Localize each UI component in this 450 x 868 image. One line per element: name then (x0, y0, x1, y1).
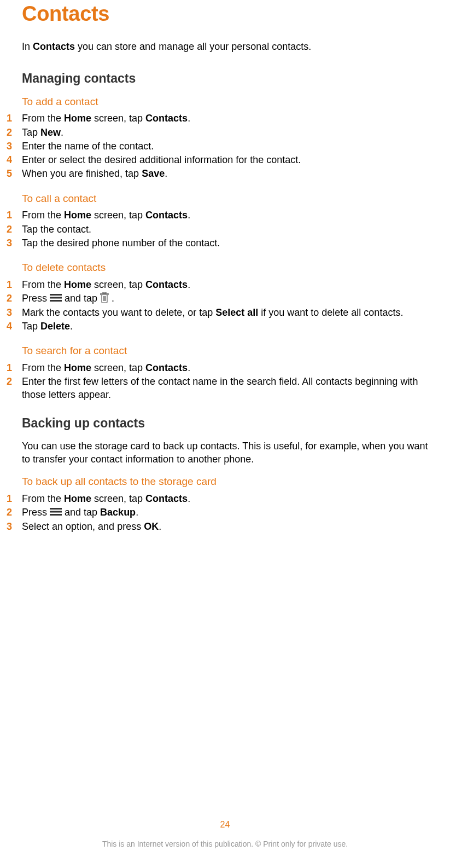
step-number: 1 (7, 112, 22, 125)
footer-note: This is an Internet version of this publ… (0, 839, 450, 849)
t-bold: Home (64, 210, 91, 221)
t: . (188, 493, 190, 504)
step: 2 Press and tap (7, 292, 428, 305)
t-bold: Home (64, 362, 91, 373)
intro-text-2: you can store and manage all your person… (75, 41, 311, 52)
step-number: 1 (7, 209, 22, 222)
step-text: Enter the name of the contact. (22, 140, 428, 153)
step: 3 Select an option, and press OK. (7, 520, 428, 533)
t: . (188, 279, 190, 290)
step: 1 From the Home screen, tap Contacts. (7, 209, 428, 222)
t: if you want to delete all contacts. (258, 307, 403, 318)
t: From the (22, 279, 64, 290)
step: 1 From the Home screen, tap Contacts. (7, 361, 428, 374)
heading-backing-up-contacts: Backing up contacts (22, 415, 428, 432)
t-bold: Backup (100, 507, 136, 518)
t-bold: Home (64, 279, 91, 290)
t-bold: Contacts (145, 362, 188, 373)
task-title-search-contact: To search for a contact (22, 344, 428, 358)
t: When you are finished, tap (22, 168, 142, 179)
step-text: Tap the contact. (22, 223, 428, 236)
t: . (61, 127, 63, 138)
t: Mark the contacts you want to delete, or… (22, 307, 215, 318)
t: screen, tap (91, 279, 145, 290)
intro-bold: Contacts (33, 41, 75, 52)
t: Tap (22, 127, 40, 138)
t-bold: Contacts (145, 279, 188, 290)
task-title-backup-all: To back up all contacts to the storage c… (22, 474, 428, 489)
step-text: From the Home screen, tap Contacts. (22, 112, 428, 125)
step: 1 From the Home screen, tap Contacts. (7, 492, 428, 505)
t: and tap (65, 293, 100, 304)
step-number: 2 (7, 292, 22, 305)
steps-add-contact: 1 From the Home screen, tap Contacts. 2 … (7, 112, 428, 180)
step-text: Press and tap (22, 292, 428, 305)
step-text: Tap Delete. (22, 320, 428, 333)
step-text: From the Home screen, tap Contacts. (22, 278, 428, 291)
t-bold: Home (64, 113, 91, 124)
t: . (188, 113, 190, 124)
svg-rect-0 (50, 294, 62, 296)
menu-icon (50, 294, 62, 302)
t-bold: New (40, 127, 61, 138)
step-text: Tap the desired phone number of the cont… (22, 236, 428, 250)
step: 3 Enter the name of the contact. (7, 140, 428, 153)
t-bold: Select all (215, 307, 258, 318)
t-bold: Delete (40, 321, 70, 332)
step-number: 1 (7, 278, 22, 291)
t-bold: Contacts (145, 113, 188, 124)
step-number: 2 (7, 375, 22, 388)
t: From the (22, 493, 64, 504)
step-text: Enter the first few letters of the conta… (22, 375, 428, 402)
heading-managing-contacts: Managing contacts (22, 70, 428, 87)
intro-text: In (22, 41, 33, 52)
step: 4 Enter or select the desired additional… (7, 153, 428, 166)
t: Press (22, 293, 50, 304)
step-number: 4 (7, 153, 22, 166)
step-text: Enter or select the desired additional i… (22, 153, 428, 166)
t: Press (22, 507, 50, 518)
step: 5 When you are finished, tap Save. (7, 167, 428, 180)
svg-rect-1 (50, 297, 62, 299)
steps-delete-contacts: 1 From the Home screen, tap Contacts. 2 … (7, 278, 428, 333)
t: . (188, 210, 190, 221)
step-text: Tap New. (22, 126, 428, 139)
step-text: When you are finished, tap Save. (22, 167, 428, 180)
step: 2 Tap the contact. (7, 223, 428, 236)
section-backing-up-contacts: Backing up contacts You can use the stor… (22, 415, 428, 533)
step: 3 Mark the contacts you want to delete, … (7, 306, 428, 319)
t: Tap (22, 321, 40, 332)
t: . (70, 321, 73, 332)
step-number: 3 (7, 236, 22, 250)
svg-rect-2 (50, 300, 62, 302)
step: 3 Tap the desired phone number of the co… (7, 236, 428, 250)
steps-call-contact: 1 From the Home screen, tap Contacts. 2 … (7, 209, 428, 250)
svg-rect-4 (101, 293, 108, 295)
step-text: Mark the contacts you want to delete, or… (22, 306, 428, 319)
t: screen, tap (91, 210, 145, 221)
page-title: Contacts (22, 0, 428, 28)
backup-intro-paragraph: You can use the storage card to back up … (22, 439, 428, 466)
t-bold: Contacts (145, 493, 188, 504)
t: and tap (65, 507, 100, 518)
t-bold: Save (142, 168, 165, 179)
t: From the (22, 210, 64, 221)
step-number: 4 (7, 320, 22, 333)
step-text: From the Home screen, tap Contacts. (22, 492, 428, 505)
step-number: 3 (7, 140, 22, 153)
step: 2 Enter the first few letters of the con… (7, 375, 428, 402)
step-number: 1 (7, 361, 22, 374)
task-title-call-contact: To call a contact (22, 192, 428, 206)
section-managing-contacts: Managing contacts To add a contact 1 Fro… (22, 70, 428, 402)
t: . (159, 521, 161, 532)
step-number: 5 (7, 167, 22, 180)
page-number: 24 (0, 819, 450, 831)
t: From the (22, 362, 64, 373)
step: 1 From the Home screen, tap Contacts. (7, 278, 428, 291)
page-footer: 24 This is an Internet version of this p… (0, 819, 450, 849)
svg-rect-8 (50, 508, 62, 510)
t: . (165, 168, 167, 179)
step-number: 3 (7, 520, 22, 533)
step-number: 3 (7, 306, 22, 319)
t: From the (22, 113, 64, 124)
